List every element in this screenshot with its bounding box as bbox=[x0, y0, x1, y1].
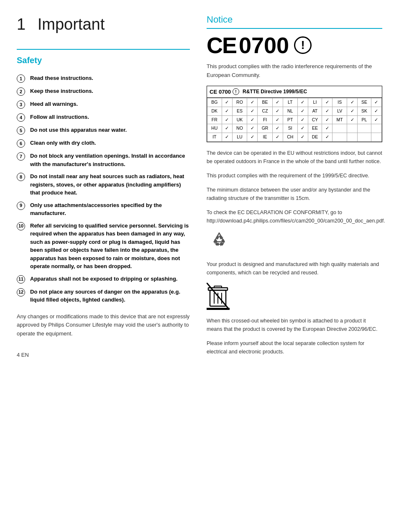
item-text: Keep these instructions. bbox=[30, 87, 93, 95]
recycle-icon: ♻ bbox=[207, 231, 382, 256]
notice-title: Notice bbox=[207, 13, 382, 29]
list-item: 2 Keep these instructions. bbox=[17, 87, 190, 96]
directive-text: R&TTE Directive 1999/5/EC bbox=[243, 88, 307, 95]
item-text: Do not install near any heat sources suc… bbox=[30, 172, 190, 197]
table-row: FR ✓ UK ✓ FI ✓ PT ✓ CY ✓ MT ✓ PL ✓ bbox=[207, 115, 382, 124]
item-text: Apparatus shall not be exposed to drippi… bbox=[30, 275, 177, 283]
exclaim-small-icon: ! bbox=[233, 88, 239, 95]
ce-table-header: CE 0700 ! R&TTE Directive 1999/5/EC bbox=[207, 86, 382, 98]
item-number: 5 bbox=[17, 126, 25, 135]
item-number: 10 bbox=[17, 222, 25, 230]
list-item: 12 Do not place any sources of danger on… bbox=[17, 288, 190, 304]
item-text: Only use attachments/accessories specifi… bbox=[30, 201, 190, 217]
item-number: 7 bbox=[17, 152, 25, 161]
weee-text: When this crossed-out wheeled bin symbol… bbox=[207, 317, 382, 333]
item-text: Do not use this apparatus near water. bbox=[30, 126, 127, 134]
item-number: 1 bbox=[17, 74, 25, 83]
table-row: BG ✓ RO ✓ BE ✓ LT ✓ LI ✓ IS ✓ SE ✓ bbox=[207, 98, 382, 107]
item-text: Do not place any sources of danger on th… bbox=[30, 288, 190, 304]
ce-logo: CE bbox=[207, 34, 236, 56]
item-number: 3 bbox=[17, 100, 25, 109]
table-row: HU ✓ NO ✓ GR ✓ SI ✓ EE ✓ bbox=[207, 124, 382, 133]
safety-note: Any changes or modifications made to thi… bbox=[17, 312, 190, 338]
weee-icon bbox=[207, 283, 382, 312]
ce-number-small: 0700 bbox=[219, 88, 231, 96]
item-number: 4 bbox=[17, 113, 25, 122]
recycle-text: Your product is designed and manufacture… bbox=[207, 260, 382, 277]
svg-text:♻: ♻ bbox=[212, 233, 226, 250]
svg-rect-8 bbox=[207, 308, 230, 310]
item-number: 9 bbox=[17, 202, 25, 210]
list-item: 5 Do not use this apparatus near water. bbox=[17, 126, 190, 135]
eu-text1: The device can be operated in the EU wit… bbox=[207, 149, 382, 166]
ce-table-body: BG ✓ RO ✓ BE ✓ LT ✓ LI ✓ IS ✓ SE ✓ DK bbox=[207, 98, 382, 142]
list-item: 4 Follow all instructions. bbox=[17, 113, 190, 122]
eu-text4: To check the EC DECLARATION OF CONFORMIT… bbox=[207, 208, 382, 225]
item-text: Clean only with dry cloth. bbox=[30, 139, 96, 147]
item-number: 11 bbox=[17, 275, 25, 284]
right-column: Notice CE 0700 ! This product complies w… bbox=[207, 13, 382, 362]
ce-directive-table: CE 0700 ! R&TTE Directive 1999/5/EC BG ✓… bbox=[207, 86, 382, 142]
left-column: 1 Important Safety 1 Read these instruct… bbox=[17, 13, 190, 362]
list-item: 1 Read these instructions. bbox=[17, 74, 190, 83]
svg-rect-3 bbox=[214, 286, 222, 288]
item-number: 8 bbox=[17, 173, 25, 181]
list-item: 6 Clean only with dry cloth. bbox=[17, 139, 190, 148]
item-number: 6 bbox=[17, 139, 25, 148]
chapter-number: 1 bbox=[17, 15, 26, 33]
page-footer: 4 EN bbox=[17, 351, 190, 359]
exclaim-icon: ! bbox=[294, 36, 312, 54]
item-number: 12 bbox=[17, 288, 25, 297]
chapter-name: Important bbox=[38, 15, 105, 33]
footer-text: 4 EN bbox=[17, 352, 29, 358]
item-text: Follow all instructions. bbox=[30, 113, 89, 121]
list-item: 11 Apparatus shall not be exposed to dri… bbox=[17, 275, 190, 284]
eu-text2: This product complies with the requireme… bbox=[207, 171, 382, 180]
table-row: DK ✓ ES ✓ CZ ✓ NL ✓ AT ✓ LV ✓ SK ✓ bbox=[207, 107, 382, 115]
item-text: Read these instructions. bbox=[30, 74, 93, 82]
ce-number: 0700 bbox=[239, 34, 289, 56]
list-item: 9 Only use attachments/accessories speci… bbox=[17, 201, 190, 217]
item-number: 2 bbox=[17, 87, 25, 96]
ce-description: This product complies with the radio int… bbox=[207, 62, 382, 80]
list-item: 3 Heed all warnings. bbox=[17, 100, 190, 109]
safety-list: 1 Read these instructions. 2 Keep these … bbox=[17, 74, 190, 304]
item-text: Do not block any ventilation openings. I… bbox=[30, 152, 190, 168]
table-row: IT ✓ LU ✓ IE ✓ CH ✓ DE ✓ bbox=[207, 133, 382, 142]
list-item: 7 Do not block any ventilation openings.… bbox=[17, 152, 190, 168]
weee-text2: Please inform yourself about the local s… bbox=[207, 339, 382, 356]
ce-mark: CE 0700 ! bbox=[207, 34, 382, 56]
item-text: Refer all servicing to qualified service… bbox=[30, 222, 190, 271]
ce-logo-small: CE bbox=[210, 88, 217, 96]
item-text: Heed all warnings. bbox=[30, 100, 78, 108]
safety-title: Safety bbox=[17, 54, 190, 66]
eu-text3: The minimum distance between the user an… bbox=[207, 186, 382, 202]
list-item: 10 Refer all servicing to qualified serv… bbox=[17, 222, 190, 271]
list-item: 8 Do not install near any heat sources s… bbox=[17, 172, 190, 197]
section-divider bbox=[17, 49, 190, 50]
chapter-title: 1 Important bbox=[17, 13, 190, 36]
